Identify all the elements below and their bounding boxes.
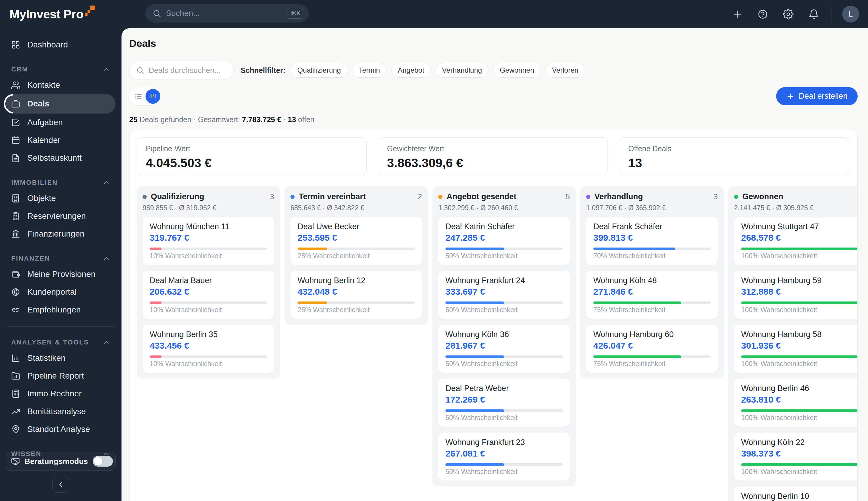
filter-chip-angebot[interactable]: Angebot: [391, 63, 431, 78]
deal-card[interactable]: Wohnung Berlin 35433.456 €10% Wahrschein…: [142, 324, 274, 373]
probability-fill: [297, 301, 327, 304]
building-icon: [11, 194, 20, 203]
topbar-divider: [832, 6, 832, 23]
deals-search: [129, 61, 234, 79]
column-count: 2: [418, 192, 422, 201]
sidebar-item-bonit-tsanalyse[interactable]: Bonitätsanalyse: [6, 403, 116, 420]
deal-card[interactable]: Wohnung Hamburg 59312.888 €100% Wahrsche…: [734, 271, 858, 319]
stage-dot: [438, 195, 443, 199]
sidebar-item-empfehlungen[interactable]: Empfehlungen: [6, 301, 116, 319]
sidebar-section-analysen-tools[interactable]: ANALYSEN & TOOLS: [11, 339, 110, 346]
probability-fill: [593, 301, 681, 304]
deal-card[interactable]: Wohnung Hamburg 60426.047 €75% Wahrschei…: [586, 324, 718, 373]
sidebar-item-kundenportal[interactable]: Kundenportal: [6, 283, 116, 301]
sidebar-item-dashboard[interactable]: Dashboard: [6, 36, 116, 54]
column-subtitle: 959.855 € · Ø 319.952 €: [142, 204, 274, 212]
deal-title: Wohnung München 11: [150, 222, 267, 231]
sidebar-item-statistiken[interactable]: Statistiken: [6, 349, 116, 367]
monitor-off-icon: [11, 457, 20, 466]
sidebar-item-kalender[interactable]: Kalender: [6, 131, 116, 149]
probability-track: [445, 463, 563, 466]
kanban-column-termin-vereinbart: Termin vereinbart2685.643 € · Ø 342.822 …: [284, 186, 428, 324]
sidebar-item-finanzierungen[interactable]: Finanzierungen: [6, 225, 116, 243]
stat-card-gewichteter-wert: Gewichteter Wert3.863.309,6 €: [378, 137, 608, 175]
deal-title: Wohnung Hamburg 60: [593, 330, 710, 339]
chevron-up-icon: [102, 255, 110, 262]
sidebar-item-kontakte[interactable]: Kontakte: [6, 76, 116, 94]
sidebar-item-immo-rechner[interactable]: Immo Rechner: [6, 385, 116, 403]
deal-card[interactable]: Deal Petra Weber172.269 €50% Wahrscheinl…: [438, 379, 570, 427]
kanban-view-button[interactable]: [145, 89, 160, 104]
beratungsmodus-toggle[interactable]: [93, 456, 113, 467]
sidebar-item-meine-provisionen[interactable]: Meine Provisionen: [6, 265, 116, 283]
list-view-button[interactable]: [131, 89, 145, 104]
column-header: Termin vereinbart2: [290, 192, 422, 201]
sidebar-section-immobilien[interactable]: IMMOBILIEN: [11, 179, 110, 186]
sidebar-item-objekte[interactable]: Objekte: [6, 190, 116, 207]
deal-card[interactable]: Wohnung Frankfurt 24333.697 €50% Wahrsch…: [438, 271, 570, 319]
sidebar-item-label: Selbstauskunft: [27, 153, 82, 163]
users-icon: [11, 81, 20, 89]
sidebar-section-finanzen[interactable]: FINANZEN: [11, 255, 110, 262]
sidebar-item-aufgaben[interactable]: Aufgaben: [6, 114, 116, 131]
deal-value: 319.767 €: [150, 233, 267, 243]
deal-title: Deal Uwe Becker: [297, 222, 415, 231]
deal-card[interactable]: Deal Uwe Becker253.595 €25% Wahrscheinli…: [290, 217, 422, 265]
deal-title: Deal Frank Schäfer: [593, 222, 710, 231]
deal-title: Wohnung Hamburg 58: [741, 330, 858, 339]
deals-search-input[interactable]: [149, 66, 248, 75]
settings-button[interactable]: [781, 7, 796, 22]
kanban-icon: [149, 92, 157, 100]
probability-label: 50% Wahrscheinlichkeit: [445, 253, 563, 259]
document-icon: [11, 153, 20, 162]
user-avatar[interactable]: L: [842, 6, 859, 22]
probability-track: [445, 301, 563, 304]
deal-title: Deal Katrin Schäfer: [445, 222, 563, 231]
probability-track: [445, 355, 563, 358]
deal-card[interactable]: Wohnung Berlin 10255.908 €100% Wahrschei…: [734, 487, 858, 501]
deal-card[interactable]: Wohnung Berlin 12432.048 €25% Wahrschein…: [290, 271, 422, 319]
filter-chip-qualifizierung[interactable]: Qualifizierung: [291, 63, 347, 78]
create-deal-button[interactable]: Deal erstellen: [776, 87, 858, 105]
deal-card[interactable]: Wohnung Köln 36281.967 €50% Wahrscheinli…: [438, 324, 570, 373]
topbar: MyInvest Pro ⌘K L: [0, 0, 868, 28]
sidebar-item-selbstauskunft[interactable]: Selbstauskunft: [6, 149, 116, 167]
pipeline-folder-icon: [11, 372, 20, 380]
filter-chip-termin[interactable]: Termin: [352, 63, 387, 78]
sidebar-item-standort-analyse[interactable]: Standort Analyse: [6, 420, 116, 438]
help-button[interactable]: [755, 7, 770, 22]
global-search-input[interactable]: [166, 9, 286, 18]
deal-card[interactable]: Deal Frank Schäfer399.813 €70% Wahrschei…: [586, 217, 718, 265]
deal-title: Wohnung Köln 48: [593, 276, 710, 285]
notifications-button[interactable]: [806, 7, 822, 22]
deal-card[interactable]: Wohnung München 11319.767 €10% Wahrschei…: [142, 217, 274, 265]
deal-card[interactable]: Wohnung Frankfurt 23267.081 €50% Wahrsch…: [438, 433, 570, 481]
quickfilter-label: Schnellfilter:: [241, 66, 285, 75]
deal-card[interactable]: Wohnung Berlin 46263.810 €100% Wahrschei…: [734, 379, 858, 427]
deal-card[interactable]: Deal Maria Bauer206.632 €10% Wahrscheinl…: [142, 271, 274, 319]
beratungsmodus-box: Beratungsmodus: [6, 452, 116, 471]
sidebar-item-pipeline-report[interactable]: Pipeline Report: [6, 367, 116, 385]
probability-fill: [445, 409, 504, 412]
filter-chip-gewonnen[interactable]: Gewonnen: [493, 63, 541, 78]
deal-card[interactable]: Deal Katrin Schäfer247.285 €50% Wahrsche…: [438, 217, 570, 265]
deal-card[interactable]: Wohnung Köln 22398.373 €100% Wahrscheinl…: [734, 433, 858, 481]
sidebar-item-deals[interactable]: Deals: [6, 94, 116, 114]
probability-track: [593, 247, 710, 250]
deal-card[interactable]: Wohnung Köln 48271.846 €75% Wahrscheinli…: [586, 271, 718, 319]
deal-value: 426.047 €: [593, 341, 710, 350]
deal-value: 253.595 €: [297, 233, 415, 243]
deal-title: Deal Maria Bauer: [150, 276, 267, 285]
filter-chip-verloren[interactable]: Verloren: [545, 63, 585, 78]
sidebar-item-label: Aufgaben: [27, 118, 63, 127]
sidebar-section-crm[interactable]: CRM: [11, 65, 110, 73]
probability-fill: [445, 301, 504, 304]
add-button[interactable]: [730, 7, 745, 22]
sidebar-item-reservierungen[interactable]: Reservierungen: [6, 207, 116, 225]
filter-chip-verhandlung[interactable]: Verhandlung: [436, 63, 489, 78]
sidebar-collapse-button[interactable]: [53, 476, 69, 493]
deal-card[interactable]: Wohnung Hamburg 58301.936 €100% Wahrsche…: [734, 324, 858, 373]
sidebar-item-label: Kundenportal: [27, 287, 77, 297]
sidebar-item-label: Empfehlungen: [27, 305, 81, 315]
deal-card[interactable]: Wohnung Stuttgart 47268.578 €100% Wahrsc…: [734, 217, 858, 265]
